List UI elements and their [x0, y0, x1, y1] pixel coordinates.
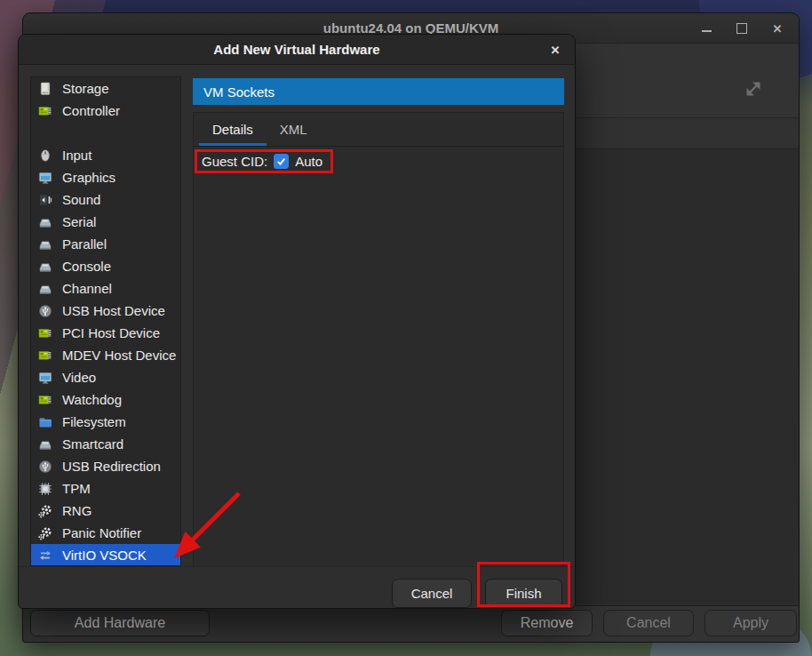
sidebar-item-label: Filesystem: [62, 414, 126, 429]
tab-bar: Details XML: [194, 113, 563, 147]
board-icon: [38, 104, 52, 118]
chip-icon: [38, 482, 52, 496]
close-icon[interactable]: ✕: [770, 21, 784, 36]
gear-icon: [38, 526, 52, 540]
hardware-type-list: StorageControllerInputGraphicsSoundSeria…: [30, 76, 181, 566]
sidebar-item-virtio-vsock[interactable]: VirtIO VSOCK: [31, 544, 180, 566]
window-cancel-button[interactable]: Cancel: [603, 610, 694, 636]
maximize-icon[interactable]: [735, 21, 749, 36]
minimize-icon[interactable]: [699, 21, 713, 36]
sidebar-item-smartcard[interactable]: Smartcard: [31, 433, 180, 455]
sidebar-item-label: TPM: [62, 481, 91, 496]
sidebar-item-rng[interactable]: RNG: [31, 500, 180, 522]
sidebar-item-label: Graphics: [62, 170, 115, 185]
sidebar-item-label: RNG: [62, 503, 92, 518]
sidebar-item-label: Parallel: [62, 236, 107, 252]
sidebar-item-channel[interactable]: Channel: [31, 277, 180, 300]
sidebar-item-label: Input: [62, 148, 92, 163]
desktop: { "main_window": { "title": "ubuntu24.04…: [0, 0, 812, 656]
sidebar-item-filesystem[interactable]: Filesystem: [31, 411, 180, 433]
sidebar-item-graphics[interactable]: Graphics: [31, 166, 180, 188]
sidebar-item-label: VirtIO VSOCK: [62, 548, 147, 563]
details-content: Guest CID: Auto: [194, 147, 563, 173]
panel-header: VM Sockets: [193, 78, 564, 105]
sidebar-item-label: Storage: [62, 81, 109, 96]
dialog-close-icon[interactable]: ✕: [546, 41, 564, 59]
sidebar-item-label: PCI Host Device: [62, 325, 160, 340]
sidebar-item-video[interactable]: Video: [31, 366, 180, 388]
arrows-icon: [38, 548, 52, 563]
add-hardware-dialog: Add New Virtual Hardware ✕ StorageContro…: [18, 34, 576, 609]
check-icon: [275, 156, 287, 167]
sidebar-item-label: Console: [62, 259, 111, 274]
board-icon: [38, 326, 52, 340]
sidebar-item-controller[interactable]: Controller: [31, 100, 180, 122]
sidebar-item-label: Serial: [62, 214, 96, 229]
board-icon: [38, 393, 52, 407]
monitor-icon: [38, 171, 52, 185]
sidebar-item-label: Controller: [62, 103, 120, 118]
folder-icon: [38, 415, 52, 429]
auto-checkbox[interactable]: [274, 154, 289, 169]
dialog-titlebar: Add New Virtual Hardware ✕: [19, 35, 575, 65]
serial-icon: [38, 215, 52, 229]
disk-icon: [38, 82, 52, 96]
sidebar-item-label: Video: [62, 370, 96, 385]
sidebar-item-label: MDEV Host Device: [62, 348, 176, 363]
sidebar-item-sound[interactable]: Sound: [31, 188, 180, 211]
sidebar-item-mdev-host-device[interactable]: MDEV Host Device: [31, 344, 180, 366]
remove-button[interactable]: Remove: [501, 610, 593, 636]
details-notebook: Details XML Guest CID: Auto: [193, 112, 564, 567]
sidebar-item-watchdog[interactable]: Watchdog: [31, 388, 180, 411]
panel-header-area: VM Sockets: [193, 78, 564, 105]
sidebar-spacer: [31, 122, 180, 144]
sidebar-item-label: USB Host Device: [62, 303, 165, 318]
monitor-icon: [38, 371, 52, 385]
sidebar-item-input[interactable]: Input: [31, 144, 180, 166]
apply-button[interactable]: Apply: [705, 610, 797, 636]
sidebar-item-panic-notifier[interactable]: Panic Notifier: [31, 522, 180, 544]
sidebar-item-tpm[interactable]: TPM: [31, 477, 180, 500]
auto-label: Auto: [295, 154, 322, 169]
sidebar-item-storage[interactable]: Storage: [31, 77, 180, 100]
window-controls: ✕: [699, 13, 784, 44]
sidebar-item-usb-host-device[interactable]: USB Host Device: [31, 300, 180, 322]
serial-icon: [38, 260, 52, 274]
serial-icon: [38, 437, 52, 452]
gear-icon: [38, 504, 52, 518]
board-icon: [38, 348, 52, 363]
sidebar-item-serial[interactable]: Serial: [31, 211, 180, 233]
dialog-cancel-button[interactable]: Cancel: [392, 579, 472, 608]
finish-button[interactable]: Finish: [485, 579, 562, 608]
sidebar-item-label: USB Redirection: [62, 459, 161, 474]
speaker-icon: [38, 193, 52, 207]
window-bottom-bar: Add Hardware Remove Cancel Apply: [23, 605, 799, 642]
sidebar-item-pci-host-device[interactable]: PCI Host Device: [31, 322, 180, 344]
tab-details[interactable]: Details: [199, 113, 267, 146]
sidebar-item-console[interactable]: Console: [31, 255, 180, 277]
serial-icon: [38, 237, 52, 252]
dialog-actions: Cancel Finish: [19, 566, 575, 608]
sidebar-item-usb-redirection[interactable]: USB Redirection: [31, 455, 180, 477]
sidebar-item-parallel[interactable]: Parallel: [31, 233, 180, 255]
tab-xml[interactable]: XML: [267, 113, 321, 146]
dialog-title: Add New Virtual Hardware: [213, 42, 379, 57]
mouse-icon: [38, 148, 52, 163]
guest-cid-annotated-box: Guest CID: Auto: [195, 149, 333, 173]
guest-cid-label: Guest CID:: [202, 154, 267, 169]
fullscreen-icon[interactable]: [741, 76, 766, 101]
usb-icon: [38, 460, 52, 474]
sidebar-item-label: Panic Notifier: [62, 525, 141, 540]
sidebar-item-label: Channel: [62, 281, 112, 296]
sidebar-item-label: Smartcard: [62, 436, 123, 452]
add-hardware-button[interactable]: Add Hardware: [30, 610, 210, 636]
sidebar-item-label: Sound: [62, 192, 100, 207]
sidebar-item-label: Watchdog: [62, 392, 122, 407]
usb-icon: [38, 304, 52, 318]
serial-icon: [38, 282, 52, 296]
